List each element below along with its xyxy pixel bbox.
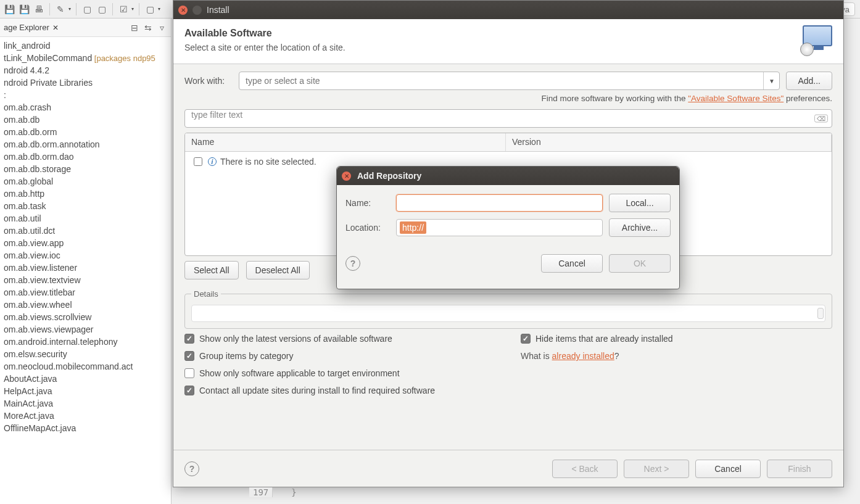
- location-label: Location:: [345, 223, 390, 233]
- package-explorer-view: age Explorer ✕ ⊟ ⇆ ▿ link_androidtLink_M…: [0, 19, 172, 504]
- info-icon: i: [208, 157, 217, 166]
- sidebar-item[interactable]: om.ab.util.dct: [0, 225, 171, 237]
- local-button[interactable]: Local...: [609, 194, 671, 212]
- install-footer: ? < Back Next > Cancel Finish: [173, 450, 843, 487]
- save-icon[interactable]: 💾: [4, 4, 15, 15]
- sidebar-item[interactable]: ndroid 4.4.2: [0, 64, 171, 76]
- view-title: age Explorer ✕: [4, 23, 129, 32]
- sidebar-item[interactable]: om.ab.views.scrollview: [0, 311, 171, 323]
- sidebar-item[interactable]: om.ab.db.orm: [0, 126, 171, 138]
- sidebar-item[interactable]: AboutAct.java: [0, 373, 171, 385]
- sidebar-item[interactable]: om.ab.util: [0, 212, 171, 225]
- archive-button[interactable]: Archive...: [609, 218, 671, 237]
- work-with-label: Work with:: [184, 76, 233, 86]
- column-version[interactable]: Version: [506, 133, 832, 151]
- window-minimize-icon[interactable]: [192, 6, 202, 15]
- addrepo-ok-button: OK: [609, 254, 671, 273]
- clear-filter-icon[interactable]: ⌫: [814, 115, 828, 123]
- add-site-button[interactable]: Add...: [786, 72, 832, 90]
- sidebar-item[interactable]: om.ab.db: [0, 114, 171, 126]
- column-name[interactable]: Name: [185, 133, 506, 151]
- sidebar-item[interactable]: om.ab.views.viewpager: [0, 323, 171, 336]
- sidebar-item[interactable]: om.ab.view.wheel: [0, 299, 171, 311]
- chevron-down-icon[interactable]: ▼: [763, 72, 779, 89]
- cancel-button[interactable]: Cancel: [695, 460, 761, 478]
- help-icon[interactable]: ?: [345, 256, 360, 271]
- android-sdk-icon[interactable]: ▢: [81, 4, 93, 15]
- package-explorer-tree[interactable]: link_androidtLink_MobileCommand [package…: [0, 37, 171, 504]
- resize-handle[interactable]: [817, 308, 824, 319]
- line-number: 197: [249, 487, 273, 497]
- filter-input[interactable]: type filter text ⌫: [184, 109, 832, 128]
- addrepo-title: Add Repository: [357, 171, 421, 181]
- install-titlebar[interactable]: ✕ Install: [173, 1, 843, 19]
- sidebar-item[interactable]: om.ab.view.listener: [0, 262, 171, 274]
- install-header-icon: [803, 25, 835, 52]
- sidebar-item[interactable]: tLink_MobileCommand [packages ndp95: [0, 52, 171, 64]
- sidebar-item[interactable]: om.neocloud.mobilecommand.act: [0, 360, 171, 373]
- details-legend: Details: [191, 289, 221, 299]
- android-avd-icon[interactable]: ▢: [96, 4, 107, 15]
- already-installed-hint: What is already installed?: [521, 351, 832, 361]
- lint-icon[interactable]: ☑: [118, 4, 129, 15]
- opt-contact-sites[interactable]: Contact all update sites during install …: [184, 386, 496, 395]
- deselect-all-button[interactable]: Deselect All: [246, 261, 310, 279]
- print-icon[interactable]: 🖶: [33, 4, 44, 15]
- sidebar-item[interactable]: om.ab.global: [0, 175, 171, 188]
- sidebar-item[interactable]: om.ab.db.storage: [0, 163, 171, 175]
- sidebar-item[interactable]: om.ab.view.app: [0, 237, 171, 249]
- sidebar-item[interactable]: MainAct.java: [0, 397, 171, 410]
- sidebar-item[interactable]: om.ab.view.textview: [0, 274, 171, 286]
- filter-placeholder-text: type filter text: [191, 110, 242, 120]
- help-icon[interactable]: ?: [184, 461, 199, 476]
- wand-icon[interactable]: ✎: [55, 4, 66, 15]
- install-header: Available Software Select a site or ente…: [173, 19, 843, 64]
- sidebar-item[interactable]: HelpAct.java: [0, 385, 171, 397]
- sidebar-item[interactable]: om.ab.task: [0, 200, 171, 212]
- install-window-title: Install: [207, 5, 229, 15]
- details-group: Details: [184, 289, 832, 329]
- sidebar-item[interactable]: :: [0, 89, 171, 101]
- sidebar-item[interactable]: link_android: [0, 39, 171, 52]
- sidebar-item[interactable]: om.ab.crash: [0, 101, 171, 114]
- opt-hide-installed[interactable]: Hide items that are already installed: [521, 334, 832, 344]
- opt-group-category[interactable]: Group items by category: [184, 351, 496, 361]
- available-sites-link[interactable]: "Available Software Sites": [688, 94, 784, 103]
- save-all-icon[interactable]: 💾: [19, 4, 30, 15]
- install-header-title: Available Software: [184, 28, 832, 39]
- next-button: Next >: [624, 460, 689, 478]
- window-close-icon[interactable]: ✕: [342, 171, 351, 181]
- finish-button: Finish: [767, 460, 832, 478]
- new-icon[interactable]: ▢: [144, 4, 155, 15]
- link-editor-icon[interactable]: ⇆: [143, 22, 154, 33]
- sidebar-item[interactable]: om.ab.view.titlebar: [0, 286, 171, 299]
- add-repository-dialog: ✕ Add Repository Name: Local... Location…: [336, 166, 680, 289]
- view-menu-icon[interactable]: ▿: [156, 22, 167, 33]
- sidebar-item[interactable]: om.elsw.security: [0, 348, 171, 360]
- sidebar-item[interactable]: om.ab.http: [0, 188, 171, 200]
- name-label: Name:: [345, 198, 390, 208]
- collapse-all-icon[interactable]: ⊟: [129, 22, 140, 33]
- find-software-hint: Find more software by working with the "…: [184, 94, 832, 103]
- work-with-combo[interactable]: ▼: [239, 72, 780, 90]
- window-close-icon[interactable]: ✕: [178, 6, 188, 15]
- sidebar-item[interactable]: om.ab.db.orm.dao: [0, 151, 171, 163]
- sidebar-item[interactable]: om.ab.view.ioc: [0, 249, 171, 262]
- select-all-button[interactable]: Select All: [184, 261, 239, 279]
- sidebar-item[interactable]: MoreAct.java: [0, 410, 171, 422]
- sidebar-item[interactable]: ndroid Private Libraries: [0, 76, 171, 89]
- opt-latest-versions[interactable]: Show only the latest versions of availab…: [184, 334, 496, 344]
- addrepo-cancel-button[interactable]: Cancel: [541, 254, 603, 273]
- sidebar-item[interactable]: OfflineMapAct.java: [0, 422, 171, 434]
- location-selection: http://: [400, 221, 426, 234]
- name-input[interactable]: [396, 194, 603, 212]
- sidebar-item[interactable]: om.android.internal.telephony: [0, 336, 171, 348]
- sidebar-item[interactable]: om.ab.db.orm.annotation: [0, 138, 171, 151]
- details-text: [191, 305, 825, 322]
- row-checkbox[interactable]: [194, 157, 202, 166]
- location-input[interactable]: [396, 219, 603, 236]
- addrepo-titlebar[interactable]: ✕ Add Repository: [337, 167, 679, 185]
- work-with-input[interactable]: [239, 72, 763, 89]
- opt-applicable-target[interactable]: Show only software applicable to target …: [184, 368, 496, 378]
- already-installed-link[interactable]: already installed: [552, 351, 614, 361]
